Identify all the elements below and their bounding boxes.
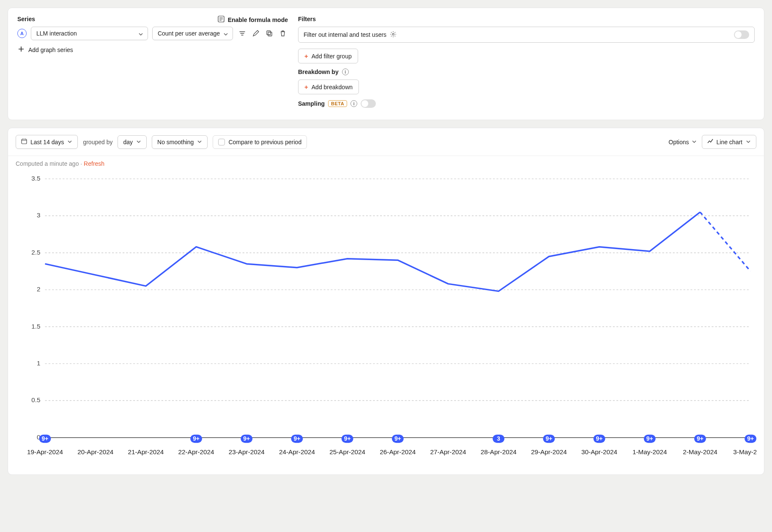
svg-rect-4 — [22, 139, 27, 144]
chart-type-label: Line chart — [717, 139, 742, 145]
separator: · — [80, 160, 82, 167]
chevron-down-icon — [138, 31, 142, 36]
smoothing-select[interactable]: No smoothing — [152, 135, 208, 149]
svg-text:0.5: 0.5 — [31, 396, 40, 403]
bucket-label: day — [123, 139, 133, 145]
chart-type-select[interactable]: Line chart — [702, 135, 756, 149]
svg-text:24-Apr-2024: 24-Apr-2024 — [279, 448, 315, 455]
add-filter-group-button[interactable]: + Add filter group — [298, 49, 358, 63]
filter-internal-users[interactable]: Filter out internal and test users — [298, 27, 755, 43]
svg-text:9+: 9+ — [394, 435, 401, 442]
svg-text:19-Apr-2024: 19-Apr-2024 — [27, 448, 63, 455]
svg-text:22-Apr-2024: 22-Apr-2024 — [178, 448, 214, 455]
svg-text:2: 2 — [37, 285, 41, 293]
series-badge-a: A — [17, 29, 27, 38]
formula-icon — [218, 16, 224, 24]
delete-series-icon[interactable] — [278, 28, 288, 38]
event-select-label: LLM interaction — [36, 30, 77, 37]
svg-text:2-May-2024: 2-May-2024 — [683, 448, 717, 455]
svg-text:29-Apr-2024: 29-Apr-2024 — [531, 448, 567, 455]
grouped-by-label: grouped by — [83, 139, 112, 145]
chevron-down-icon — [746, 139, 751, 145]
line-chart-icon — [707, 138, 713, 145]
svg-text:21-Apr-2024: 21-Apr-2024 — [128, 448, 164, 455]
formula-toggle-label: Enable formula mode — [228, 16, 288, 23]
svg-text:27-Apr-2024: 27-Apr-2024 — [430, 448, 466, 455]
svg-text:9+: 9+ — [697, 435, 704, 442]
checkbox-icon — [218, 139, 225, 145]
chevron-down-icon — [692, 139, 697, 145]
svg-text:3.5: 3.5 — [31, 175, 40, 182]
chart-panel: Last 14 days grouped by day No smoothing… — [8, 128, 764, 475]
gear-icon[interactable] — [390, 31, 397, 39]
svg-text:20-Apr-2024: 20-Apr-2024 — [77, 448, 113, 455]
svg-text:9+: 9+ — [747, 435, 754, 442]
svg-text:28-Apr-2024: 28-Apr-2024 — [481, 448, 517, 455]
config-panel: Series Enable formula mode A LLM interac… — [8, 8, 764, 120]
svg-text:1.5: 1.5 — [31, 323, 40, 330]
svg-text:9+: 9+ — [42, 435, 49, 442]
plus-icon: + — [304, 83, 308, 90]
calendar-icon — [21, 138, 27, 145]
add-series-label: Add graph series — [28, 47, 73, 53]
beta-badge: BETA — [328, 100, 347, 107]
sampling-toggle[interactable] — [361, 99, 376, 108]
bucket-select[interactable]: day — [118, 135, 147, 149]
svg-text:9+: 9+ — [344, 435, 351, 442]
svg-text:30-Apr-2024: 30-Apr-2024 — [581, 448, 617, 455]
options-menu[interactable]: Options — [668, 139, 696, 145]
measure-select[interactable]: Count per user average — [152, 27, 233, 40]
chevron-down-icon — [67, 139, 72, 145]
info-icon[interactable]: i — [342, 69, 349, 75]
svg-text:3: 3 — [37, 211, 41, 219]
svg-point-3 — [392, 33, 394, 35]
svg-text:9+: 9+ — [243, 435, 250, 442]
filters-title: Filters — [298, 16, 755, 22]
chevron-down-icon — [136, 139, 141, 145]
refresh-link[interactable]: Refresh — [84, 160, 104, 167]
svg-text:1: 1 — [37, 359, 41, 367]
info-icon[interactable]: i — [350, 100, 357, 107]
svg-text:26-Apr-2024: 26-Apr-2024 — [380, 448, 416, 455]
chart-canvas: 00.511.522.533.59+9+9+9+9+9+39+9+9+9+9+1… — [16, 173, 756, 467]
plus-icon — [18, 46, 24, 53]
chevron-down-icon — [197, 139, 202, 145]
smoothing-label: No smoothing — [157, 139, 194, 145]
plus-icon: + — [304, 52, 308, 60]
svg-text:9+: 9+ — [294, 435, 301, 442]
options-label: Options — [668, 139, 689, 145]
add-breakdown-button[interactable]: + Add breakdown — [298, 80, 359, 94]
event-select[interactable]: LLM interaction — [31, 27, 148, 40]
svg-text:9+: 9+ — [646, 435, 653, 442]
breakdown-title: Breakdown by — [298, 69, 339, 75]
measure-select-label: Count per user average — [158, 30, 220, 37]
svg-text:9+: 9+ — [545, 435, 552, 442]
add-filter-label: Add filter group — [312, 53, 352, 60]
chevron-down-icon — [223, 31, 227, 36]
svg-rect-2 — [268, 32, 272, 36]
date-range-select[interactable]: Last 14 days — [16, 135, 78, 149]
svg-text:1-May-2024: 1-May-2024 — [632, 448, 667, 455]
svg-rect-1 — [267, 31, 271, 35]
svg-text:25-Apr-2024: 25-Apr-2024 — [329, 448, 365, 455]
svg-text:23-Apr-2024: 23-Apr-2024 — [229, 448, 265, 455]
filter-series-icon[interactable] — [237, 28, 247, 38]
date-range-label: Last 14 days — [30, 139, 64, 145]
add-breakdown-label: Add breakdown — [312, 84, 353, 90]
svg-text:2.5: 2.5 — [31, 249, 40, 256]
compare-label: Compare to previous period — [228, 139, 301, 145]
sampling-title: Sampling — [298, 100, 325, 107]
svg-text:3: 3 — [497, 435, 500, 442]
enable-formula-mode-button[interactable]: Enable formula mode — [218, 16, 288, 24]
svg-text:3-May-2024: 3-May-2024 — [733, 448, 756, 455]
svg-text:9+: 9+ — [596, 435, 603, 442]
filter-label: Filter out internal and test users — [304, 31, 386, 38]
filter-toggle[interactable] — [734, 30, 749, 39]
computed-text: Computed a minute ago — [16, 160, 79, 167]
compare-previous-checkbox[interactable]: Compare to previous period — [213, 135, 307, 149]
edit-series-icon[interactable] — [251, 28, 261, 38]
add-series-button[interactable]: Add graph series — [17, 46, 288, 53]
svg-text:9+: 9+ — [193, 435, 200, 442]
copy-series-icon[interactable] — [264, 28, 274, 38]
computed-status: Computed a minute ago · Refresh — [8, 156, 764, 171]
